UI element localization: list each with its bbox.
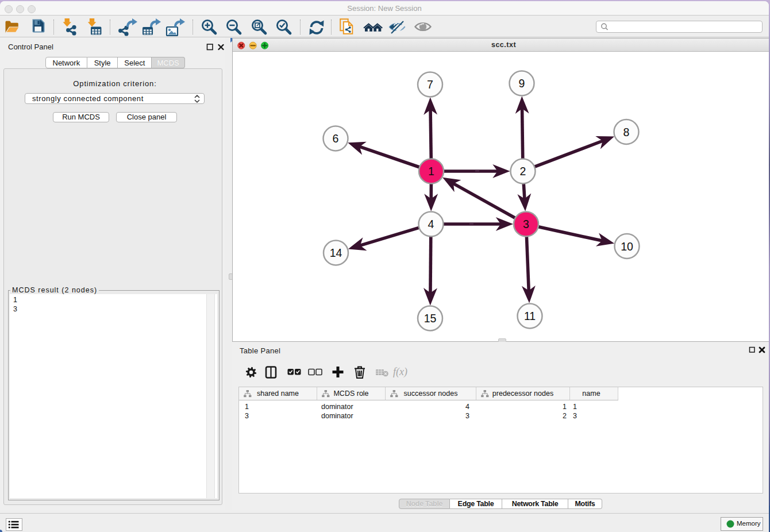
svg-text:2: 2 xyxy=(520,165,526,178)
svg-text:4: 4 xyxy=(428,218,434,230)
svg-text:7: 7 xyxy=(427,78,433,91)
svg-text:10: 10 xyxy=(621,240,633,253)
svg-text:14: 14 xyxy=(330,246,342,259)
svg-text:11: 11 xyxy=(524,310,536,322)
svg-text:15: 15 xyxy=(424,312,437,325)
svg-text:8: 8 xyxy=(623,126,630,138)
svg-text:9: 9 xyxy=(519,77,525,90)
svg-text:6: 6 xyxy=(333,132,339,145)
svg-text:1: 1 xyxy=(428,165,434,178)
svg-text:3: 3 xyxy=(523,218,529,230)
